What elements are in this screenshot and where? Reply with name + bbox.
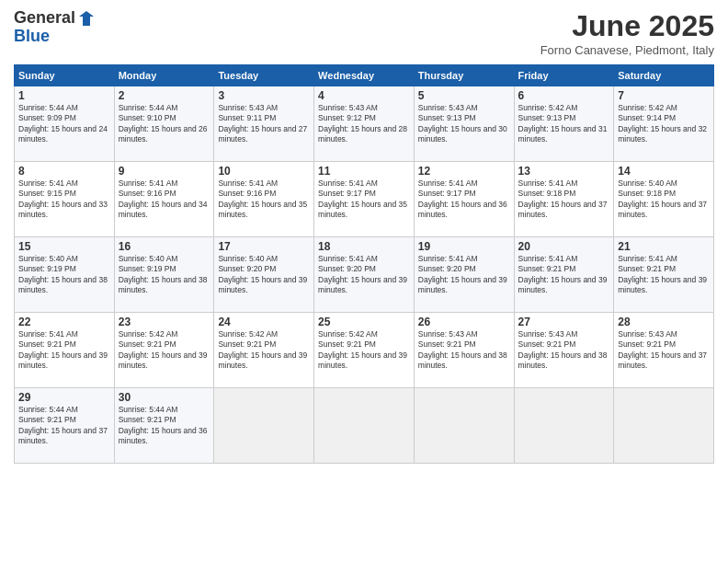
day-number: 23 [119, 316, 210, 328]
day-number: 3 [218, 89, 310, 102]
day-info: Sunrise: 5:43 AMSunset: 9:21 PMDaylight:… [618, 329, 707, 370]
day-info: Sunrise: 5:41 AMSunset: 9:18 PMDaylight:… [518, 178, 608, 219]
day-info: Sunrise: 5:41 AMSunset: 9:15 PMDaylight:… [18, 178, 108, 219]
day-info: Sunrise: 5:41 AMSunset: 9:21 PMDaylight:… [18, 329, 108, 370]
day-number: 22 [18, 316, 110, 328]
day-number: 18 [318, 240, 410, 253]
day-info: Sunrise: 5:42 AMSunset: 9:21 PMDaylight:… [218, 329, 307, 370]
calendar-cell: 21 Sunrise: 5:41 AMSunset: 9:21 PMDaylig… [614, 237, 714, 313]
calendar-cell: 12 Sunrise: 5:41 AMSunset: 9:17 PMDaylig… [414, 162, 514, 237]
day-info: Sunrise: 5:40 AMSunset: 9:18 PMDaylight:… [618, 178, 707, 219]
day-number: 4 [318, 89, 410, 102]
calendar-cell: 30 Sunrise: 5:44 AMSunset: 9:21 PMDaylig… [114, 388, 214, 464]
day-header-saturday: Saturday [614, 65, 714, 86]
logo-general-text: General [14, 9, 75, 28]
logo-blue-text: Blue [14, 27, 50, 45]
calendar-cell [614, 388, 714, 464]
day-number: 29 [18, 391, 110, 404]
calendar-cell: 1 Sunrise: 5:44 AMSunset: 9:09 PMDayligh… [15, 86, 115, 162]
logo: General Blue [14, 9, 96, 46]
day-header-sunday: Sunday [15, 65, 115, 86]
day-number: 9 [119, 165, 210, 178]
day-number: 11 [318, 165, 410, 178]
day-number: 19 [418, 240, 510, 253]
calendar-cell [314, 388, 415, 464]
calendar-cell: 26 Sunrise: 5:43 AMSunset: 9:21 PMDaylig… [414, 313, 514, 388]
day-number: 27 [518, 316, 610, 328]
day-info: Sunrise: 5:41 AMSunset: 9:17 PMDaylight:… [318, 178, 407, 219]
calendar-cell: 17 Sunrise: 5:40 AMSunset: 9:20 PMDaylig… [214, 237, 314, 313]
day-number: 17 [218, 240, 310, 253]
day-number: 5 [418, 89, 510, 102]
calendar-cell: 2 Sunrise: 5:44 AMSunset: 9:10 PMDayligh… [114, 86, 214, 162]
day-number: 28 [618, 316, 710, 328]
day-info: Sunrise: 5:40 AMSunset: 9:20 PMDaylight:… [218, 254, 307, 294]
day-info: Sunrise: 5:41 AMSunset: 9:16 PMDaylight:… [218, 178, 307, 219]
calendar-cell: 22 Sunrise: 5:41 AMSunset: 9:21 PMDaylig… [15, 313, 115, 388]
calendar-cell: 29 Sunrise: 5:44 AMSunset: 9:21 PMDaylig… [15, 388, 115, 464]
day-number: 1 [18, 89, 110, 102]
day-number: 8 [18, 165, 110, 178]
month-title: June 2025 [540, 9, 714, 43]
day-number: 30 [119, 391, 210, 404]
calendar-cell: 11 Sunrise: 5:41 AMSunset: 9:17 PMDaylig… [314, 162, 415, 237]
day-info: Sunrise: 5:42 AMSunset: 9:13 PMDaylight:… [518, 103, 608, 144]
location: Forno Canavese, Piedmont, Italy [540, 43, 714, 57]
calendar-cell [214, 388, 314, 464]
day-info: Sunrise: 5:43 AMSunset: 9:21 PMDaylight:… [518, 329, 608, 370]
calendar-cell: 16 Sunrise: 5:40 AMSunset: 9:19 PMDaylig… [114, 237, 214, 313]
calendar-cell: 10 Sunrise: 5:41 AMSunset: 9:16 PMDaylig… [214, 162, 314, 237]
calendar-cell: 20 Sunrise: 5:41 AMSunset: 9:21 PMDaylig… [514, 237, 614, 313]
day-number: 16 [119, 240, 210, 253]
day-header-thursday: Thursday [414, 65, 514, 86]
day-number: 20 [518, 240, 610, 253]
calendar-cell: 14 Sunrise: 5:40 AMSunset: 9:18 PMDaylig… [614, 162, 714, 237]
svg-marker-0 [79, 11, 94, 26]
day-number: 26 [418, 316, 510, 328]
day-info: Sunrise: 5:40 AMSunset: 9:19 PMDaylight:… [119, 254, 208, 294]
day-number: 24 [218, 316, 310, 328]
calendar-cell: 15 Sunrise: 5:40 AMSunset: 9:19 PMDaylig… [15, 237, 115, 313]
day-info: Sunrise: 5:41 AMSunset: 9:20 PMDaylight:… [418, 254, 507, 294]
calendar-cell: 8 Sunrise: 5:41 AMSunset: 9:15 PMDayligh… [15, 162, 115, 237]
day-info: Sunrise: 5:44 AMSunset: 9:21 PMDaylight:… [119, 405, 208, 445]
day-number: 14 [618, 165, 710, 178]
day-header-friday: Friday [514, 65, 614, 86]
calendar-cell: 9 Sunrise: 5:41 AMSunset: 9:16 PMDayligh… [114, 162, 214, 237]
calendar-cell: 6 Sunrise: 5:42 AMSunset: 9:13 PMDayligh… [514, 86, 614, 162]
calendar-cell [414, 388, 514, 464]
day-info: Sunrise: 5:44 AMSunset: 9:10 PMDaylight:… [119, 103, 208, 144]
day-info: Sunrise: 5:44 AMSunset: 9:21 PMDaylight:… [18, 405, 108, 445]
calendar-cell: 13 Sunrise: 5:41 AMSunset: 9:18 PMDaylig… [514, 162, 614, 237]
calendar-week-row: 29 Sunrise: 5:44 AMSunset: 9:21 PMDaylig… [15, 388, 714, 464]
page: General Blue June 2025 Forno Canavese, P… [0, 0, 728, 563]
calendar-week-row: 22 Sunrise: 5:41 AMSunset: 9:21 PMDaylig… [15, 313, 714, 388]
calendar-cell: 19 Sunrise: 5:41 AMSunset: 9:20 PMDaylig… [414, 237, 514, 313]
calendar-cell: 18 Sunrise: 5:41 AMSunset: 9:20 PMDaylig… [314, 237, 415, 313]
calendar-week-row: 8 Sunrise: 5:41 AMSunset: 9:15 PMDayligh… [15, 162, 714, 237]
calendar-week-row: 1 Sunrise: 5:44 AMSunset: 9:09 PMDayligh… [15, 86, 714, 162]
day-number: 12 [418, 165, 510, 178]
calendar-header-row: SundayMondayTuesdayWednesdayThursdayFrid… [15, 65, 714, 86]
calendar-cell: 27 Sunrise: 5:43 AMSunset: 9:21 PMDaylig… [514, 313, 614, 388]
calendar-cell: 28 Sunrise: 5:43 AMSunset: 9:21 PMDaylig… [614, 313, 714, 388]
day-info: Sunrise: 5:40 AMSunset: 9:19 PMDaylight:… [18, 254, 108, 294]
day-info: Sunrise: 5:41 AMSunset: 9:21 PMDaylight:… [618, 254, 707, 294]
day-info: Sunrise: 5:42 AMSunset: 9:21 PMDaylight:… [119, 329, 208, 370]
day-number: 10 [218, 165, 310, 178]
day-header-tuesday: Tuesday [214, 65, 314, 86]
day-info: Sunrise: 5:43 AMSunset: 9:12 PMDaylight:… [318, 103, 407, 144]
calendar-week-row: 15 Sunrise: 5:40 AMSunset: 9:19 PMDaylig… [15, 237, 714, 313]
calendar-cell [514, 388, 614, 464]
day-info: Sunrise: 5:41 AMSunset: 9:20 PMDaylight:… [318, 254, 407, 294]
day-number: 7 [618, 89, 710, 102]
day-number: 15 [18, 240, 110, 253]
header: General Blue June 2025 Forno Canavese, P… [14, 9, 714, 57]
day-header-wednesday: Wednesday [314, 65, 415, 86]
day-info: Sunrise: 5:41 AMSunset: 9:17 PMDaylight:… [418, 178, 507, 219]
day-number: 25 [318, 316, 410, 328]
day-info: Sunrise: 5:42 AMSunset: 9:14 PMDaylight:… [618, 103, 707, 144]
calendar-table: SundayMondayTuesdayWednesdayThursdayFrid… [14, 64, 714, 464]
calendar-cell: 23 Sunrise: 5:42 AMSunset: 9:21 PMDaylig… [114, 313, 214, 388]
day-number: 13 [518, 165, 610, 178]
